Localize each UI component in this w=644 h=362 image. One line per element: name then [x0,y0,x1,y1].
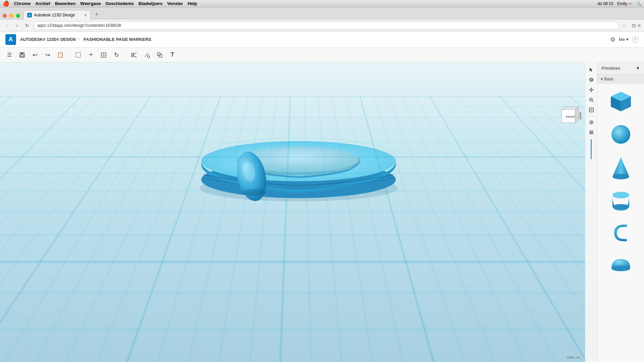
select-arrow-button[interactable] [587,65,596,74]
app-header: A AUTODESK® 123D® DESIGN \ FASHIONABLE P… [0,32,644,48]
url-text: apps.123dapp.com/design?contentid=163853… [37,23,121,28]
panel-title: Primitives [601,66,620,71]
primitive-sphere[interactable] [604,119,638,149]
view-toggle-button[interactable] [587,118,596,127]
transform-button[interactable] [98,50,109,60]
viewport-canvas[interactable]: FRONT RIGHT Unit: cm [0,62,597,362]
svg-marker-28 [575,107,579,123]
mac-menubar: 🍎 Chrome Archief Bewerken Weergave Gesch… [0,0,644,7]
primitive-cube[interactable] [604,86,638,117]
halfball-shape [607,252,634,279]
select-box-button[interactable] [73,50,84,60]
svg-point-25 [243,189,266,196]
ring-svg [195,103,402,203]
undo-button[interactable]: ↩ [30,50,40,60]
help-label: ? [634,38,636,42]
transform-icon [101,52,107,58]
layers-button[interactable] [587,128,596,137]
svg-point-52 [612,204,629,209]
select-box-icon [75,52,81,58]
svg-rect-42 [589,132,593,133]
address-bar: ‹ › ↻ apps.123dapp.com/design?contentid=… [0,19,644,32]
menu-venster[interactable]: Venster [167,1,183,6]
menu-help[interactable]: Help [188,1,197,6]
menu-weergave[interactable]: Weergave [80,1,101,6]
paint-button[interactable] [142,50,152,60]
toolbar: ☰ ↩ ↪ 📋 + ↻ [0,48,644,62]
address-right: ⊡ ≡ [632,23,641,28]
tab-close-button[interactable]: × [84,12,87,18]
orbit-button[interactable] [587,75,596,84]
view-indicator-bar [591,139,592,159]
combine-button[interactable] [154,50,165,60]
fit-button[interactable] [587,105,596,115]
section-toggle-icon[interactable]: ▾ [601,77,603,81]
svg-point-50 [612,174,629,179]
scissors-icon [131,52,138,58]
pan-button[interactable] [587,85,596,95]
new-tab-button[interactable]: + [92,10,101,19]
refresh-tool-button[interactable]: ↻ [111,50,122,60]
primitives-grid [597,84,644,284]
panel-header: Primitives ▼ [597,62,644,74]
view-controls [585,62,597,362]
primitive-halfball[interactable] [604,251,638,281]
breadcrumb-separator: \ [78,37,80,42]
browser-tab[interactable]: A Autodesk 123D Design × [23,10,91,19]
viewport[interactable]: FRONT RIGHT Unit: cm [0,62,597,362]
url-bar[interactable]: apps.123dapp.com/design?contentid=163853… [34,21,619,29]
section-label: Basic [604,77,614,81]
app-logo: A [5,34,16,45]
back-button[interactable]: ‹ [3,22,11,29]
add-shape-button[interactable]: + [86,50,96,60]
separator-2 [125,51,125,59]
menu-tool-button[interactable]: ☰ [4,50,15,60]
svg-rect-5 [76,53,80,57]
menubar-search[interactable]: 🔍 [636,1,641,6]
app-brand: AUTODESK® 123D® DESIGN [20,37,76,42]
extensions-button[interactable]: ⊡ [632,23,636,28]
svg-text:FRONT: FRONT [566,115,575,118]
menubar-user: Emily — [617,1,632,6]
zoom-button[interactable] [587,95,596,105]
primitive-cylinder[interactable] [604,185,638,215]
menu-bewerken[interactable]: Bewerken [55,1,75,6]
window-minimize[interactable] [9,14,13,18]
apple-icon[interactable]: 🍎 [3,0,9,7]
refresh-button[interactable]: ↻ [23,22,31,29]
menu-chrome[interactable]: Chrome [14,1,31,6]
menu-bladwijzers[interactable]: Bladwijzers [139,1,163,6]
unit-label: Unit: cm [567,355,580,359]
help-button[interactable]: ? [632,36,639,43]
scissors-button[interactable] [129,50,140,60]
forward-button[interactable]: › [13,22,21,29]
separator-1 [69,51,69,59]
menu-archief[interactable]: Archief [35,1,50,6]
panel-dropdown-icon[interactable]: ▼ [636,66,640,71]
app-title: AUTODESK® 123D® DESIGN \ FASHIONABLE PAG… [20,37,151,42]
clipboard-button[interactable]: 📋 [55,50,66,60]
bookmark-button[interactable]: ☆ [622,22,627,28]
svg-point-40 [591,122,592,123]
paint-icon [144,52,150,58]
view-cube[interactable]: FRONT RIGHT [558,106,579,126]
primitive-bracket[interactable] [604,218,638,248]
text-button[interactable]: T [167,50,178,60]
header-right: ⚙ Me ▾ ? [610,36,639,43]
primitive-cone[interactable] [604,152,638,182]
browser-window: A Autodesk 123D Design × + ‹ › ↻ apps.12… [0,7,644,362]
grid-overlay [0,62,597,97]
settings-icon[interactable]: ⚙ [610,36,615,43]
menu-geschiedenis[interactable]: Geschiedenis [106,1,134,6]
svg-marker-49 [612,157,629,177]
window-maximize[interactable] [16,14,20,18]
me-menu[interactable]: Me ▾ [619,37,629,42]
redo-button[interactable]: ↪ [42,50,53,60]
save-button[interactable] [17,50,28,60]
main-area: FRONT RIGHT Unit: cm [0,62,644,362]
menubar-time: do 08:15 [598,1,613,6]
vc-separator-1 [588,116,595,116]
menubar-right: do 08:15 Emily — 🔍 [598,1,641,6]
chrome-menu-button[interactable]: ≡ [638,23,641,28]
window-close[interactable] [3,14,7,18]
